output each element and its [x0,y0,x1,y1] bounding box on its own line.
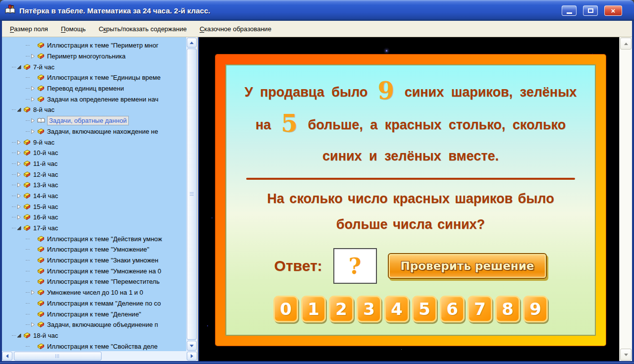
tree-item-label[interactable]: Задачи, включающие нахождение не [47,128,158,135]
digit-key-4[interactable]: 4 [384,296,409,322]
tree-item[interactable]: Периметр многоугольника [2,51,186,62]
tree-item-label[interactable]: Иллюстрация к теме "Знаки умножен [47,257,158,264]
expander-collapsed-icon[interactable] [16,215,22,219]
content-vertical-scrollbar[interactable] [619,37,632,361]
tree-item[interactable]: 10-й час [2,148,186,158]
tree-item-label[interactable]: Иллюстрация к теме "Единицы време [47,74,160,81]
tree-item[interactable]: Иллюстрация к теме "Единицы време [2,72,186,83]
minimize-button[interactable] [562,5,577,16]
tree-item[interactable]: 8-й час [2,104,186,115]
tree-item-label[interactable]: Иллюстрация к теме "Умножение" [47,246,149,253]
tree-item[interactable]: 17-й час [2,223,186,234]
expander-expanded-icon[interactable] [16,65,22,69]
tree-item[interactable]: 9-й час [2,137,186,148]
tree-item[interactable]: 11-й час [2,158,186,169]
tree-item[interactable]: Иллюстрация к теме "Свойства деле [2,341,186,351]
scroll-right-button[interactable] [187,352,197,361]
expander-collapsed-icon[interactable] [30,290,36,295]
tree-item-label[interactable]: 11-й час [33,160,57,167]
digit-key-7[interactable]: 7 [468,296,492,322]
tree-item[interactable]: 13-й час [2,180,186,191]
tree-item[interactable]: Задачи, включающие нахождение не [2,126,186,137]
expander-expanded-icon[interactable] [16,333,22,338]
maximize-button[interactable] [583,5,598,16]
menu-item-fairy-education[interactable]: Сказочное образование [195,23,276,35]
tree-item-label[interactable]: Иллюстрация к теме "Деление" [47,311,141,318]
digit-key-5[interactable]: 5 [412,296,437,322]
expander-collapsed-icon[interactable] [16,183,22,187]
tree-item[interactable]: Иллюстрация к темам "Деление по со [2,298,186,309]
menu-item-help[interactable]: Помощь [56,23,91,35]
tree-item-label[interactable]: Иллюстрация к теме "Умножение на 0 [47,267,161,275]
tree-item-label[interactable]: 16-й час [33,213,58,221]
check-solution-button[interactable]: Проверить решение [388,253,547,279]
tree-item-label[interactable]: Иллюстрация к теме "Свойства деле [47,343,158,350]
tree-item-label[interactable]: Иллюстрация к теме "Периметр мног [47,42,158,49]
content-scroll-down-button[interactable] [620,349,632,361]
tree-item[interactable]: Иллюстрация к теме "Умножение на 0 [2,265,186,276]
tree-item[interactable]: 15-й час [2,201,186,212]
tree-item[interactable]: Задачи, обратные данной [2,115,186,126]
expander-expanded-icon[interactable] [16,226,22,230]
tree-item-label[interactable]: Периметр многоугольника [47,52,125,60]
tree-item[interactable]: Умножение чисел до 10 на 1 и 0 [2,287,186,298]
content-scroll-up-button[interactable] [620,38,632,50]
tree-item-label[interactable]: 14-й час [33,192,58,200]
tree-item-label-selected[interactable]: Задачи, обратные данной [48,116,128,125]
tree-item-label[interactable]: Задачи на определение времени нач [47,96,158,103]
tree-item-label[interactable]: 15-й час [33,203,58,210]
digit-key-2[interactable]: 2 [329,296,354,322]
expander-collapsed-icon[interactable] [16,205,22,209]
tree-horizontal-scrollbar[interactable] [2,351,197,361]
tree-item[interactable]: Иллюстрация к теме "Периметр мног [2,40,186,51]
tree-item-label[interactable]: 17-й час [33,224,58,232]
tree-item-label[interactable]: Иллюстрация к темам "Деление по со [47,300,161,307]
tree-item[interactable]: Перевод единиц времени [2,83,186,94]
digit-key-9[interactable]: 9 [523,296,548,322]
tree-vertical-scrollbar[interactable] [186,37,197,351]
tree-item[interactable]: Иллюстрация к теме "Деление" [2,309,186,319]
expander-collapsed-icon[interactable] [16,172,22,177]
tree-item-label[interactable]: 13-й час [33,181,58,189]
answer-input[interactable]: ? [333,248,377,284]
tree-item[interactable]: Иллюстрация к теме "Умножение" [2,244,186,255]
tree-item-label[interactable]: 12-й час [33,171,58,178]
tree-item[interactable]: Иллюстрация к теме "Действия умнож [2,233,186,244]
menu-item-toggle-contents[interactable]: Скрыть/показать содержание [94,23,192,35]
tree-item-label[interactable]: Задачи, включающие объединение п [47,321,158,328]
expander-collapsed-icon[interactable] [30,97,36,102]
expander-expanded-icon[interactable] [16,107,22,112]
expander-collapsed-icon[interactable] [30,86,36,91]
tree-item[interactable]: Иллюстрация к теме "Переместитель [2,276,186,287]
tree-hscroll-thumb[interactable] [14,352,102,361]
tree-vscroll-thumb[interactable] [187,49,197,340]
tree-item[interactable]: 12-й час [2,169,186,180]
tree-item-label[interactable]: 9-й час [33,139,54,146]
digit-key-8[interactable]: 8 [495,296,520,322]
tree-item-label[interactable]: 7-й час [33,63,54,71]
close-button[interactable]: × [604,5,622,16]
tree-item[interactable]: 14-й час [2,191,186,202]
scroll-left-button[interactable] [2,352,12,361]
digit-key-1[interactable]: 1 [301,296,326,322]
tree-item[interactable]: Иллюстрация к теме "Знаки умножен [2,255,186,266]
tree-item-label[interactable]: Умножение чисел до 10 на 1 и 0 [47,289,143,296]
tree-item[interactable]: Задачи на определение времени нач [2,94,186,104]
expander-collapsed-icon[interactable] [16,151,22,155]
expander-collapsed-icon[interactable] [30,54,36,58]
tree-item[interactable]: 7-й час [2,61,186,72]
tree-item-label[interactable]: 8-й час [33,106,54,113]
menu-item-field-size[interactable]: Размер поля [5,23,53,35]
expander-collapsed-icon[interactable] [16,194,22,198]
digit-key-3[interactable]: 3 [357,296,381,322]
tree-item[interactable]: Задачи, включающие объединение п [2,319,186,330]
tree-item[interactable]: 18-й час [2,330,186,341]
expander-collapsed-icon[interactable] [30,118,36,123]
digit-key-6[interactable]: 6 [440,296,465,322]
digit-key-0[interactable]: 0 [273,296,298,322]
expander-collapsed-icon[interactable] [16,140,22,145]
tree-item-label[interactable]: 18-й час [33,332,58,339]
expander-collapsed-icon[interactable] [30,129,36,134]
scroll-up-button[interactable] [187,38,197,48]
tree-item-label[interactable]: Перевод единиц времени [47,85,124,92]
